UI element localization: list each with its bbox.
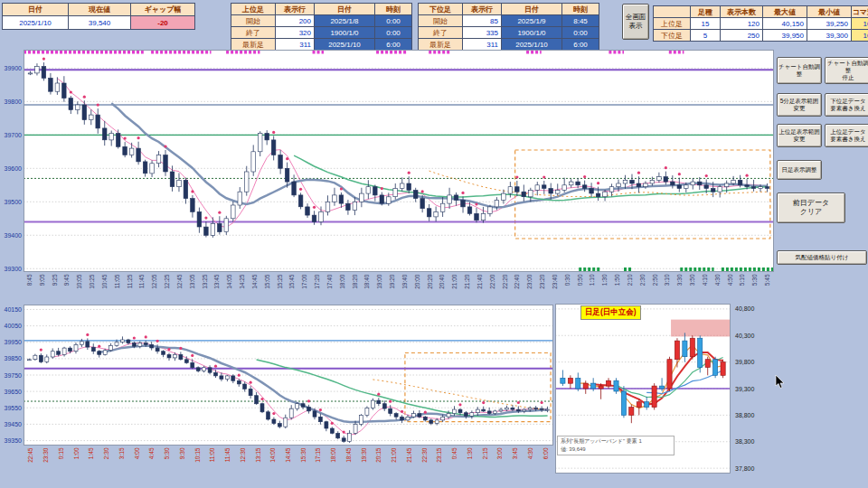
lower-bar-count: 250 [721, 30, 762, 41]
mouse-cursor [775, 375, 786, 389]
row-count: 311 [463, 39, 501, 50]
x-tick-label: 15:25 [276, 275, 284, 298]
upper-bar-count: 120 [721, 18, 762, 29]
row-date: 1900/1/0 [315, 27, 374, 38]
prev-day-data-clear-button[interactable]: 前日データ クリア [777, 192, 845, 223]
lower-row-label: 下位足 [654, 30, 690, 41]
x-tick-label: 14:00 [269, 448, 278, 472]
lower-bar-type: 5 [691, 30, 720, 41]
x-tick-label: 2:30 [103, 448, 111, 472]
chart-auto-adjust-button[interactable]: チャート自動調整 [777, 57, 822, 84]
x-tick-label: 13:25 [201, 275, 209, 298]
x-tick-label: 10:25 [89, 275, 97, 298]
time-col-header: 時刻 [375, 4, 411, 14]
y-tick-label: 39300 [5, 266, 22, 272]
x-tick-label: 12:05 [151, 275, 159, 298]
y-tick-label: 39450 [5, 421, 22, 427]
y-tick-label: 39850 [5, 355, 22, 361]
x-tick-label: 23:15 [436, 448, 444, 472]
y-tick-label: 38,300 [735, 438, 754, 445]
lower-tf-rewrite-button[interactable]: 下位足データ 要素書き換え [825, 93, 868, 117]
x-tick-label: 22:45 [27, 448, 35, 472]
x-tick-label: 2:30 [638, 275, 646, 298]
daily-chart-panel[interactable]: 日足(日中立会) 40,80040,30039,80039,30038,8003… [555, 304, 775, 479]
upper-step: 10 [852, 18, 868, 29]
daily-display-adjust-button[interactable]: 日足表示調整 [777, 160, 822, 180]
series-value-text: 値: 39,649 [561, 446, 671, 454]
x-tick-label: 0:15 [57, 448, 65, 472]
row-label: 最新足 [231, 39, 275, 50]
main-chart-plot[interactable] [24, 50, 774, 272]
secondary-chart-plot[interactable] [24, 305, 553, 446]
lower-timeframe-table: 下位足 表示行 日付 時刻 開始 85 2025/1/9 8:45 終了 335… [418, 3, 599, 51]
secondary-15min-chart[interactable]: 4015040050399503985039750396503955039450… [0, 305, 553, 479]
x-tick-label: 23:20 [539, 275, 547, 298]
fullscreen-button[interactable]: 全画面 表示 [622, 4, 649, 40]
x-tick-label: 14:25 [239, 275, 247, 298]
x-tick-label: 19:30 [360, 448, 368, 472]
x-tick-label: 21:45 [405, 448, 413, 472]
x-tick-label: 22:00 [488, 275, 496, 298]
x-tick-label: 1:45 [88, 448, 96, 472]
x-tick-label: 17:40 [326, 275, 334, 298]
x-tick-label: 12:25 [164, 275, 172, 298]
main-5min-chart[interactable]: 39900398003970039600395003940039300 8:45… [0, 50, 774, 300]
upper-min: 39,250 [807, 18, 851, 29]
x-tick-label: 4:50 [726, 275, 734, 298]
x-tick-label: 18:00 [338, 275, 346, 298]
x-tick-label: 18:40 [363, 275, 372, 298]
x-tick-label: 4:30 [713, 275, 722, 298]
blank-header [654, 6, 690, 17]
x-tick-label: 13:05 [188, 275, 196, 298]
secondary-chart-y-axis: 4015040050399503985039750396503955039450… [0, 305, 24, 446]
y-tick-label: 39700 [5, 132, 22, 138]
x-tick-label: 15:05 [263, 275, 271, 298]
x-tick-label: 17:00 [301, 275, 309, 298]
upper-tf-range-button[interactable]: 上位足表示範囲変更 [777, 124, 822, 147]
step-header: コマ送り [852, 6, 868, 17]
row-time: 0:00 [562, 27, 599, 38]
current-price: 39,540 [69, 16, 130, 29]
x-tick-label: 18:45 [344, 448, 353, 472]
x-tick-label: 3:15 [118, 448, 126, 472]
rows-col-header: 表示行 [276, 4, 314, 14]
x-tick-label: 2:10 [626, 275, 634, 298]
x-tick-label: 2:50 [651, 275, 659, 298]
x-tick-label: 0:30 [563, 275, 571, 298]
x-tick-label: 21:00 [391, 448, 399, 472]
x-tick-label: 9:30 [178, 448, 186, 472]
lower-min: 39,300 [807, 30, 851, 41]
change-5min-range-button[interactable]: 5分足表示範囲変更 [777, 93, 822, 117]
max-header: 最大値 [763, 6, 807, 17]
x-tick-label: 3:00 [496, 448, 505, 472]
x-tick-label: 9:25 [51, 275, 59, 298]
x-tick-label: 11:45 [138, 275, 146, 298]
x-tick-label: 21:40 [476, 275, 484, 298]
x-tick-label: 8:45 [25, 275, 33, 298]
chart-auto-adjust-stop-button[interactable]: チャート自動調整 停止 [825, 57, 868, 84]
y-tick-label: 40050 [5, 323, 22, 329]
x-tick-label: 22:20 [501, 275, 509, 298]
quote-price-paste-button[interactable]: 気配値価格貼り付け [777, 250, 867, 265]
chart-settings-table: 足種 表示本数 最大値 最小値 コマ送り 上位足 15 120 40,150 3… [653, 5, 868, 42]
y-tick-label: 37,800 [735, 465, 754, 472]
y-tick-label: 39750 [5, 372, 22, 379]
x-tick-label: 14:45 [250, 275, 259, 298]
x-tick-label: 23:30 [42, 448, 51, 472]
x-tick-label: 9:45 [63, 275, 71, 298]
x-tick-label: 0:50 [576, 275, 584, 298]
upper-tf-rewrite-button[interactable]: 上位足データ 要素書き換え [825, 124, 868, 147]
macro-button-sidebar: チャート自動調整 チャート自動調整 停止 5分足表示範囲変更 下位足データ 要素… [775, 50, 868, 488]
x-tick-label: 20:15 [375, 448, 383, 472]
row-label: 開始 [231, 15, 275, 26]
x-tick-label: 1:50 [614, 275, 622, 298]
row-label: 終了 [419, 27, 462, 38]
row-count: 335 [463, 27, 501, 38]
lower-max: 39,950 [763, 30, 807, 41]
row-count: 311 [276, 39, 314, 50]
bar-type-header: 足種 [691, 6, 720, 17]
current-date: 2025/1/10 [3, 16, 68, 29]
x-tick-label: 4:00 [133, 448, 141, 472]
y-tick-label: 39350 [5, 437, 22, 444]
x-tick-label: 6:00 [542, 448, 550, 472]
